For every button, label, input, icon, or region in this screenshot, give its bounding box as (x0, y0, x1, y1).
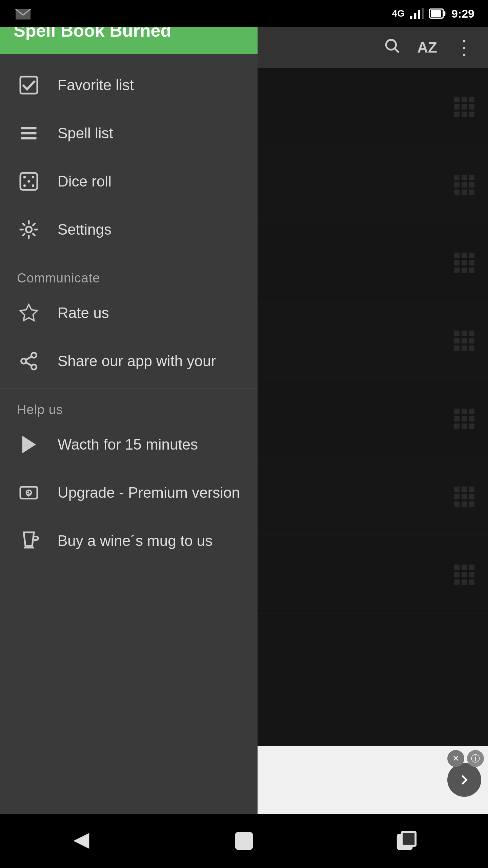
drawer-content: Favorite list Spell list (0, 54, 258, 868)
list-icon (17, 121, 41, 145)
drawer-label-favorite-list: Favorite list (58, 77, 134, 94)
drawer-item-rate-us[interactable]: Rate us (0, 289, 258, 337)
bottom-nav-bar (0, 814, 488, 868)
section-header-communicate: Communicate (0, 261, 258, 289)
drawer-item-buy-mug[interactable]: Buy a wine´s mug to us (0, 517, 258, 565)
drawer-label-rate-us: Rate us (58, 304, 109, 321)
svg-rect-35 (402, 832, 415, 846)
battery-icon (429, 8, 446, 19)
drawer-item-upgrade[interactable]: $ Upgrade - Premium version (0, 469, 258, 517)
ad-close-button[interactable]: ✕ (447, 750, 464, 767)
svg-marker-20 (20, 304, 37, 321)
signal-bars-icon (410, 7, 424, 20)
ad-arrow-button[interactable] (447, 763, 481, 797)
status-bar-right: 4G 9:29 (392, 7, 474, 20)
drawer-item-favorite-list[interactable]: Favorite list (0, 61, 258, 109)
divider-1 (0, 257, 258, 257)
status-bar-left (14, 6, 33, 21)
svg-point-21 (32, 353, 37, 358)
coffee-icon (17, 529, 41, 553)
navigation-drawer: Spell Book Burned Favorite list (0, 0, 258, 868)
svg-point-17 (32, 184, 35, 187)
svg-text:$: $ (26, 488, 31, 498)
play-icon (17, 433, 41, 456)
section-header-help-us: Help us (0, 392, 258, 420)
svg-line-25 (26, 356, 32, 360)
svg-rect-5 (443, 11, 446, 16)
home-button[interactable] (210, 821, 278, 861)
star-icon (17, 301, 41, 325)
dice-icon (17, 170, 41, 193)
svg-point-19 (26, 226, 32, 233)
drawer-item-settings[interactable]: Settings (0, 205, 258, 254)
signal-indicator: 4G (392, 8, 405, 19)
share-icon (17, 349, 41, 373)
drawer-label-settings: Settings (58, 221, 111, 238)
svg-rect-0 (410, 16, 412, 19)
back-button[interactable] (47, 821, 115, 861)
svg-point-16 (23, 184, 26, 187)
drawer-item-watch[interactable]: Wacth for 15 minutes (0, 420, 258, 469)
svg-rect-33 (236, 833, 252, 849)
gmail-icon (14, 6, 33, 21)
ad-info-button[interactable]: ⓘ (467, 750, 484, 767)
drawer-label-buy-mug: Buy a wine´s mug to us (58, 532, 212, 549)
svg-rect-2 (418, 10, 420, 19)
checkbox-icon (17, 73, 41, 97)
svg-line-24 (26, 362, 32, 366)
drawer-item-dice-roll[interactable]: Dice roll (0, 157, 258, 205)
sort-az-icon[interactable]: AZ (417, 39, 437, 56)
divider-2 (0, 389, 258, 389)
svg-rect-6 (431, 10, 441, 17)
more-options-icon[interactable]: ⋮ (454, 36, 474, 59)
drawer-item-share[interactable]: Share our app with your (0, 337, 258, 385)
svg-point-23 (32, 364, 37, 370)
drawer-label-dice-roll: Dice roll (58, 173, 111, 190)
svg-rect-3 (422, 8, 424, 19)
recents-button[interactable] (373, 821, 441, 861)
time-display: 9:29 (451, 7, 474, 20)
settings-icon (17, 218, 41, 241)
svg-point-14 (23, 176, 26, 179)
search-icon[interactable] (383, 37, 400, 58)
status-bar: 4G 9:29 (0, 0, 488, 27)
svg-point-7 (386, 40, 396, 50)
svg-line-8 (395, 48, 399, 52)
svg-marker-26 (23, 437, 35, 452)
svg-marker-32 (74, 833, 89, 849)
svg-point-15 (32, 176, 35, 179)
drawer-item-spell-list[interactable]: Spell list (0, 109, 258, 157)
svg-point-22 (21, 359, 26, 364)
dollar-icon: $ (17, 481, 41, 505)
drawer-label-spell-list: Spell list (58, 125, 113, 142)
drawer-label-share: Share our app with your (58, 353, 216, 370)
svg-point-18 (27, 180, 30, 183)
drawer-label-upgrade: Upgrade - Premium version (58, 484, 240, 501)
drawer-label-watch: Wacth for 15 minutes (58, 436, 198, 453)
svg-rect-1 (414, 13, 416, 19)
